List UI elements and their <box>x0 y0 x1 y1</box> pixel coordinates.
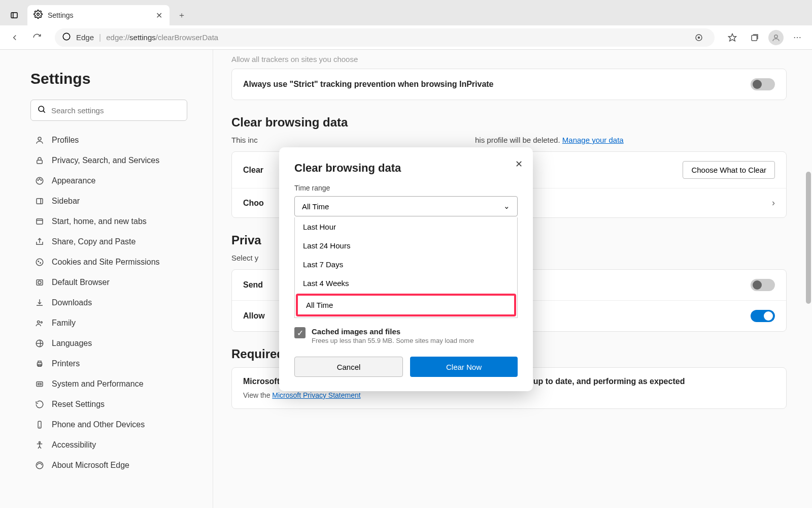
time-option-last-7-days[interactable]: Last 7 Days <box>295 255 517 274</box>
sidebar-item-cookies-and-site-permissions[interactable]: Cookies and Site Permissions <box>30 252 187 272</box>
address-bar[interactable]: Edge | edge://settings/clearBrowserData <box>55 28 715 47</box>
time-option-last-24-hours[interactable]: Last 24 Hours <box>295 236 517 255</box>
sidebar-item-profiles[interactable]: Profiles <box>30 130 187 150</box>
sidebar-item-label: Cookies and Site Permissions <box>52 258 160 267</box>
svg-rect-32 <box>38 384 41 385</box>
send-dnt-toggle[interactable] <box>751 279 775 291</box>
new-tab-button[interactable]: ＋ <box>173 6 191 24</box>
sidebar-item-system-and-performance[interactable]: System and Performance <box>30 374 187 394</box>
edge-logo-icon <box>62 32 71 43</box>
allow-sites-toggle[interactable] <box>751 310 775 322</box>
svg-point-8 <box>774 35 777 38</box>
tracking-icon[interactable] <box>690 29 707 46</box>
lang-icon <box>35 338 45 348</box>
phone-icon <box>35 420 45 430</box>
address-url: edge://settings/clearBrowserData <box>106 33 218 42</box>
dialog-title: Clear browsing data <box>294 162 518 175</box>
sidebar-item-label: Profiles <box>52 136 79 145</box>
chevron-right-icon[interactable]: › <box>772 198 775 208</box>
choose-on-close-row: Choo <box>243 199 264 208</box>
sidebar-item-label: Family <box>52 319 76 328</box>
cached-files-label: Cached images and files <box>312 327 474 336</box>
sidebar-item-accessibility[interactable]: Accessibility <box>30 435 187 455</box>
time-option-last-4-weeks[interactable]: Last 4 Weeks <box>295 274 517 293</box>
tab-title: Settings <box>48 11 149 19</box>
clear-browsing-data-dialog: ✕ Clear browsing data Time range All Tim… <box>279 147 533 391</box>
profile-avatar[interactable] <box>768 30 784 45</box>
svg-point-26 <box>38 321 40 324</box>
sidebar-item-label: Downloads <box>52 298 92 307</box>
svg-point-35 <box>39 441 41 443</box>
tab-actions-icon[interactable] <box>5 6 23 24</box>
strict-tracking-label: Always use "Strict" tracking prevention … <box>243 80 494 89</box>
svg-marker-6 <box>729 34 736 41</box>
time-option-all-time[interactable]: All Time <box>296 294 516 316</box>
sidebar-item-label: Share, Copy and Paste <box>52 237 136 246</box>
strict-tracking-toggle[interactable] <box>751 78 775 90</box>
sidebar-item-label: System and Performance <box>52 379 144 389</box>
cached-files-checkbox[interactable]: ✓ <box>294 327 306 338</box>
sidebar-item-family[interactable]: Family <box>30 313 187 333</box>
svg-point-9 <box>39 106 44 112</box>
close-tab-icon[interactable]: ✕ <box>154 11 163 20</box>
sidebar-item-downloads[interactable]: Downloads <box>30 293 187 313</box>
svg-point-2 <box>37 13 40 16</box>
sidebar-item-privacy-search-and-services[interactable]: Privacy, Search, and Services <box>30 150 187 171</box>
time-option-last-hour[interactable]: Last Hour <box>295 217 517 236</box>
family-icon <box>35 318 45 328</box>
svg-point-21 <box>36 259 43 266</box>
sidebar-item-about-microsoft-edge[interactable]: About Microsoft Edge <box>30 455 187 475</box>
favorites-icon[interactable] <box>724 29 741 46</box>
sidebar-item-printers[interactable]: Printers <box>30 354 187 374</box>
sidebar-item-phone-and-other-devices[interactable]: Phone and Other Devices <box>30 415 187 435</box>
svg-point-23 <box>40 263 41 264</box>
close-dialog-button[interactable]: ✕ <box>515 158 523 170</box>
sidebar-item-default-browser[interactable]: Default Browser <box>30 272 187 293</box>
allow-sites-label: Allow <box>243 311 265 321</box>
clear-now-button[interactable]: Clear Now <box>410 357 518 377</box>
time-range-dropdown: Last HourLast 24 HoursLast 7 DaysLast 4 … <box>294 217 518 318</box>
tracker-hint: Allow all trackers on sites you choose <box>231 55 787 64</box>
browser-tab[interactable]: Settings ✕ <box>27 5 170 25</box>
sidebar-item-label: Default Browser <box>52 278 110 287</box>
svg-rect-12 <box>37 160 43 164</box>
time-range-select[interactable]: All Time ⌄ <box>294 196 518 216</box>
clear-data-heading: Clear browsing data <box>231 115 787 130</box>
home-icon <box>35 216 45 227</box>
cancel-button[interactable]: Cancel <box>294 357 403 377</box>
reset-icon <box>35 399 45 409</box>
address-label: Edge <box>76 33 94 42</box>
sidebar-item-appearance[interactable]: Appearance <box>30 171 187 191</box>
sidebar-item-label: Privacy, Search, and Services <box>52 156 159 165</box>
clear-now-row: Clear <box>243 166 263 175</box>
manage-data-link[interactable]: Manage your data <box>562 136 624 144</box>
chevron-down-icon: ⌄ <box>503 202 510 211</box>
scrollbar[interactable] <box>806 172 811 304</box>
sidebar-item-sidebar[interactable]: Sidebar <box>30 191 187 211</box>
privacy-statement-link[interactable]: Microsoft Privacy Statement <box>272 391 360 399</box>
search-icon <box>37 105 46 116</box>
svg-point-11 <box>38 137 41 140</box>
gear-icon <box>33 10 43 21</box>
sidebar-item-label: Accessibility <box>52 440 96 450</box>
back-button[interactable] <box>6 29 23 46</box>
printer-icon <box>35 359 45 369</box>
svg-rect-0 <box>11 13 17 18</box>
lock-icon <box>35 155 45 166</box>
more-icon[interactable]: ⋯ <box>789 29 806 46</box>
settings-heading: Settings <box>30 70 187 87</box>
sidebar-item-start-home-and-new-tabs[interactable]: Start, home, and new tabs <box>30 211 187 232</box>
sidebar-item-reset-settings[interactable]: Reset Settings <box>30 394 187 415</box>
access-icon <box>35 440 45 450</box>
refresh-button[interactable] <box>28 29 46 46</box>
clear-data-desc: This inc his profile will be deleted. Ma… <box>231 136 787 144</box>
choose-what-to-clear-button[interactable]: Choose What to Clear <box>683 161 775 179</box>
sidebar-item-languages[interactable]: Languages <box>30 333 187 354</box>
cached-files-sub: Frees up less than 55.9 MB. Some sites m… <box>312 337 474 344</box>
collections-icon[interactable] <box>746 29 763 46</box>
sidebar-item-label: Start, home, and new tabs <box>52 217 147 226</box>
sidebar-item-label: Phone and Other Devices <box>52 420 145 429</box>
search-settings[interactable] <box>30 100 187 121</box>
search-input[interactable] <box>51 106 181 115</box>
sidebar-item-share-copy-and-paste[interactable]: Share, Copy and Paste <box>30 232 187 252</box>
